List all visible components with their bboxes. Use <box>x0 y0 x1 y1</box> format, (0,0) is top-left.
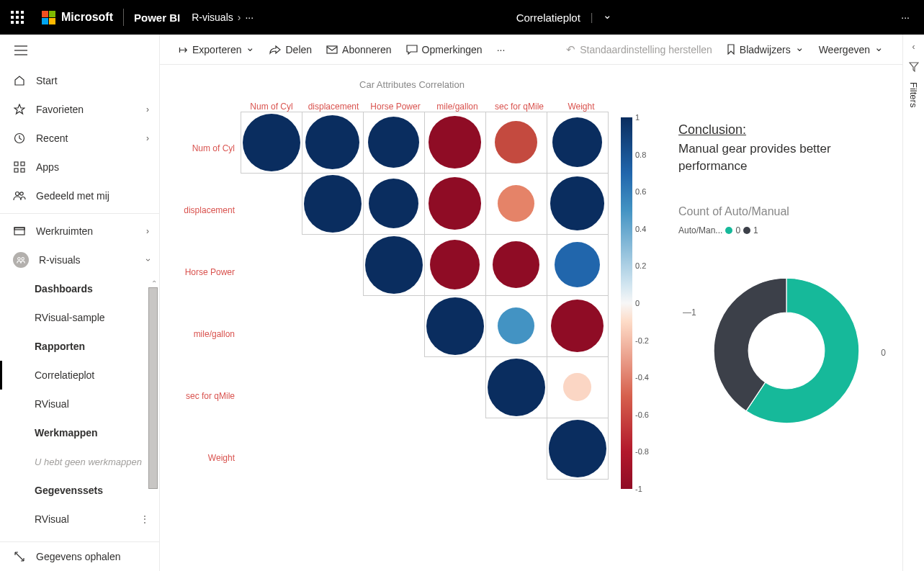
nav-correlatieplot[interactable]: Correlatieplot <box>0 361 159 390</box>
filters-icon <box>909 62 919 72</box>
corr-cell <box>302 112 364 174</box>
nav-favorieten[interactable]: Favorieten › <box>0 95 159 124</box>
corr-cell <box>302 173 364 235</box>
nav-get-data[interactable]: Gegevens ophalen <box>0 542 159 571</box>
corr-cell <box>485 356 547 418</box>
reset-button[interactable]: ↶ Standaardinstelling herstellen <box>560 40 718 59</box>
download-icon <box>13 550 26 563</box>
corr-cell <box>424 234 486 296</box>
chevron-down-icon <box>874 43 884 56</box>
corr-cell <box>547 356 609 418</box>
filters-label: Filters <box>908 82 919 107</box>
report-toolbar: ↦ Exporteren Delen Abonneren Opmerkingen… <box>160 35 902 65</box>
corr-cell <box>547 173 609 235</box>
star-icon <box>13 103 26 116</box>
report-canvas: Car Attributes Correlation Num of Cyldis… <box>160 65 902 571</box>
corr-cell <box>424 112 486 174</box>
donut-label-0: 0 <box>881 348 886 358</box>
more-icon[interactable]: ··· <box>245 12 254 23</box>
product-label[interactable]: Power BI <box>134 12 180 24</box>
chevron-right-icon: › <box>146 104 149 114</box>
nav-rapporten-heading: Rapporten <box>0 332 159 361</box>
bookmarks-button[interactable]: Bladwijzers <box>721 40 810 59</box>
undo-icon: ↶ <box>566 43 575 56</box>
corr-cell <box>485 173 547 235</box>
clock-icon <box>13 132 26 145</box>
nav-werkruimten[interactable]: Werkruimten › <box>0 217 159 246</box>
svg-rect-4 <box>14 162 18 166</box>
corr-cell <box>485 295 547 357</box>
workspace-avatar-icon <box>13 252 29 268</box>
corr-cell <box>547 234 609 296</box>
corr-cell <box>547 112 609 174</box>
share-icon <box>269 45 281 55</box>
corr-cell <box>241 112 302 174</box>
nav-dashboards-heading: Dashboards <box>0 274 159 303</box>
corr-cell <box>424 295 486 357</box>
brand-text: Microsoft <box>61 11 113 24</box>
nav-rvisuals-workspace[interactable]: R-visuals › <box>0 246 159 274</box>
colorbar: 10.80.60.40.20-0.2-0.4-0.6-0.8-1 <box>621 117 632 489</box>
nav-scrollbar[interactable]: ⌃ <box>148 279 159 567</box>
svg-point-8 <box>16 192 19 196</box>
svg-rect-11 <box>14 228 24 230</box>
workspace-icon <box>13 225 26 238</box>
view-button[interactable]: Weergeven <box>813 40 889 59</box>
svg-point-9 <box>20 192 23 195</box>
correlation-plot-visual[interactable]: Car Attributes Correlation Num of Cyldis… <box>181 79 642 557</box>
nav-rvisual-report[interactable]: RVisual <box>0 390 159 418</box>
app-launcher-icon[interactable] <box>6 6 29 29</box>
donut-label-1: —1 <box>683 307 696 318</box>
chevron-right-icon: › <box>146 226 149 236</box>
svg-rect-6 <box>14 168 18 172</box>
nav-gegevenssets-heading: Gegevenssets <box>0 476 159 505</box>
nav-werkmappen-heading: Werkmappen <box>0 418 159 447</box>
apps-icon <box>13 161 26 174</box>
corr-cell <box>424 173 486 235</box>
breadcrumb-workspace[interactable]: R-visuals›··· <box>192 12 254 23</box>
conclusion-textbox: Conclusion: Manual gear provides better … <box>678 122 881 175</box>
corr-cell <box>547 295 609 357</box>
bookmark-icon <box>727 44 735 55</box>
global-header: Microsoft Power BI R-visuals›··· Correla… <box>0 0 924 35</box>
header-more-icon[interactable]: ··· <box>901 12 910 23</box>
nav-no-workbooks: U hebt geen werkmappen <box>0 447 159 476</box>
corr-cell <box>363 112 425 174</box>
svg-point-12 <box>18 258 21 261</box>
header-divider <box>123 9 124 26</box>
comment-icon <box>406 45 418 55</box>
svg-rect-5 <box>21 162 24 166</box>
collapse-icon[interactable]: ‹ <box>912 42 915 52</box>
toolbar-more-button[interactable]: ··· <box>491 41 511 58</box>
corr-cell <box>363 234 425 296</box>
share-button[interactable]: Delen <box>264 41 318 58</box>
filters-pane[interactable]: ‹ Filters <box>902 35 924 571</box>
content-area: ↦ Exporteren Delen Abonneren Opmerkingen… <box>160 35 902 571</box>
export-button[interactable]: ↦ Exporteren <box>173 40 261 59</box>
conclusion-title: Conclusion: <box>678 122 881 138</box>
donut-chart-visual[interactable]: 0 —1 <box>700 264 873 437</box>
home-icon <box>13 74 26 87</box>
people-icon <box>13 189 26 202</box>
report-dropdown-icon[interactable] <box>603 11 612 24</box>
chevron-up-icon: › <box>143 258 153 261</box>
comments-button[interactable]: Opmerkingen <box>400 41 488 58</box>
nav-apps[interactable]: Apps <box>0 153 159 181</box>
hamburger-icon[interactable] <box>0 35 159 66</box>
nav-rvisual-dataset[interactable]: RVisual⋮ <box>0 505 159 534</box>
export-icon: ↦ <box>179 43 188 56</box>
report-title: Correlatieplot <box>516 12 580 24</box>
chevron-down-icon <box>795 43 804 56</box>
nav-rvisual-sample[interactable]: RVisual-sample <box>0 303 159 332</box>
conclusion-text: Manual gear provides better performance <box>678 140 881 175</box>
left-navigation: Start Favorieten › Recent › Apps Gedeeld… <box>0 35 160 571</box>
nav-recent[interactable]: Recent › <box>0 124 159 153</box>
nav-start[interactable]: Start <box>0 66 159 95</box>
corr-cell <box>547 418 609 480</box>
corr-cell <box>363 173 425 235</box>
corr-cell <box>485 234 547 296</box>
subscribe-button[interactable]: Abonneren <box>320 41 398 58</box>
nav-gedeeld[interactable]: Gedeeld met mij <box>0 181 159 210</box>
svg-point-13 <box>22 258 24 261</box>
svg-rect-14 <box>327 46 337 53</box>
